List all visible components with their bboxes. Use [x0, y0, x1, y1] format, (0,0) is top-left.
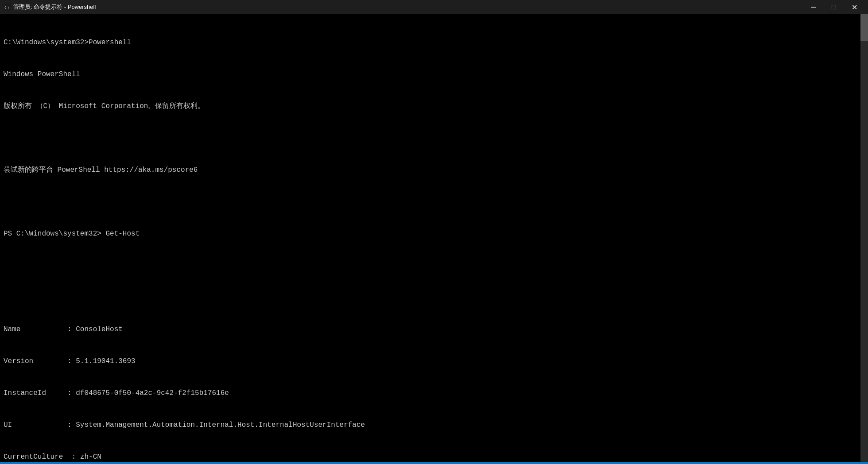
line-8: [4, 260, 864, 271]
window-title: 管理员: 命令提示符 - Powershell: [13, 3, 96, 11]
line-1: C:\Windows\system32>Powershell: [4, 37, 864, 48]
line-4: [4, 133, 864, 143]
minimize-button[interactable]: ─: [803, 0, 824, 14]
line-9: [4, 292, 864, 303]
line-5: 尝试新的跨平台 PowerShell https://aka.ms/pscore…: [4, 165, 864, 175]
status-bar: [0, 462, 868, 464]
title-bar-left: C:\ 管理员: 命令提示符 - Powershell: [4, 3, 96, 11]
line-culture: CurrentCulture : zh-CN: [4, 452, 864, 462]
console-area[interactable]: C:\Windows\system32>Powershell Windows P…: [0, 14, 868, 462]
scrollbar-thumb[interactable]: [860, 14, 868, 41]
window-controls: ─ □ ✕: [803, 0, 864, 14]
line-2: Windows PowerShell: [4, 69, 864, 80]
line-version: Version : 5.1.19041.3693: [4, 356, 864, 367]
line-7: PS C:\Windows\system32> Get-Host: [4, 228, 864, 239]
line-instanceid: InstanceId : df048675-0f50-4a2c-9c42-f2f…: [4, 388, 864, 398]
maximize-button[interactable]: □: [824, 0, 844, 14]
line-3: 版权所有 （C） Microsoft Corporation。保留所有权利。: [4, 101, 864, 112]
line-ui: UI : System.Management.Automation.Intern…: [4, 420, 864, 430]
powershell-window: C:\ 管理员: 命令提示符 - Powershell ─ □ ✕ C:\Win…: [0, 0, 868, 464]
prompt-1: PS C:\Windows\system32>: [4, 230, 105, 238]
close-button[interactable]: ✕: [844, 0, 864, 14]
line-name: Name : ConsoleHost: [4, 324, 864, 335]
title-bar: C:\ 管理员: 命令提示符 - Powershell ─ □ ✕: [0, 0, 868, 14]
command-1: Get-Host: [105, 230, 140, 238]
scrollbar[interactable]: [860, 14, 868, 462]
svg-text:C:\: C:\: [4, 5, 11, 11]
console-output: C:\Windows\system32>Powershell Windows P…: [4, 16, 864, 462]
window-icon: C:\: [4, 4, 11, 11]
line-6: [4, 197, 864, 207]
